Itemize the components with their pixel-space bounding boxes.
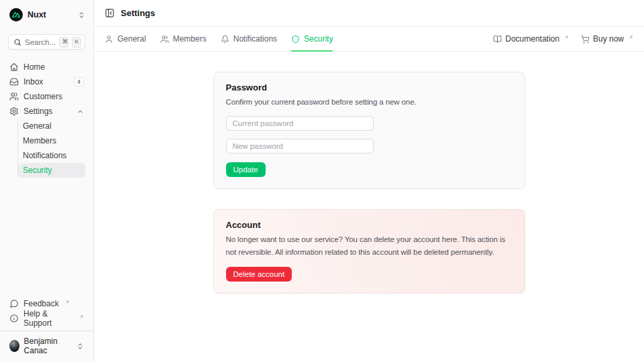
external-link-icon bbox=[629, 35, 633, 40]
sidebar-footer: Feedback Help & Support Benjamin Canac bbox=[8, 296, 85, 357]
external-link-icon bbox=[564, 35, 569, 40]
home-icon bbox=[9, 62, 19, 72]
tab-label: General bbox=[117, 34, 146, 44]
search-icon bbox=[13, 38, 21, 46]
tab-label: Members bbox=[173, 34, 207, 44]
update-password-button[interactable]: Update bbox=[226, 162, 266, 177]
users-icon bbox=[160, 35, 169, 44]
team-name: Nuxt bbox=[28, 10, 46, 19]
account-card-description: No longer want to use our service? You c… bbox=[226, 233, 513, 258]
inbox-count-badge: 4 bbox=[74, 77, 84, 87]
header-links: Documentation Buy now bbox=[493, 34, 633, 44]
inbox-icon bbox=[9, 77, 19, 86]
footer-link-label: Feedback bbox=[23, 299, 59, 308]
external-link-icon bbox=[65, 300, 70, 304]
search-input[interactable]: Search... ⌘ K bbox=[8, 34, 85, 50]
buy-now-link[interactable]: Buy now bbox=[581, 34, 633, 44]
chevrons-up-down-icon bbox=[76, 343, 84, 350]
kbd-cmd: ⌘ bbox=[59, 37, 68, 48]
footer-link-label: Help & Support bbox=[23, 309, 73, 328]
sidebar-item-customers[interactable]: Customers bbox=[8, 89, 85, 104]
chevrons-up-down-icon bbox=[78, 11, 85, 19]
account-card-title: Account bbox=[226, 220, 513, 230]
kbd-k: K bbox=[72, 37, 81, 48]
shield-icon bbox=[291, 35, 300, 44]
nuxt-logo-icon bbox=[9, 8, 23, 21]
header-link-label: Documentation bbox=[505, 34, 559, 44]
page-header: Settings bbox=[94, 0, 644, 27]
tab-notifications[interactable]: Notifications bbox=[221, 27, 277, 51]
delete-account-button[interactable]: Delete account bbox=[226, 267, 292, 282]
user-name: Benjamin Canac bbox=[24, 337, 72, 355]
documentation-link[interactable]: Documentation bbox=[493, 34, 569, 44]
users-icon bbox=[9, 92, 19, 101]
sidebar-item-label: Customers bbox=[23, 92, 62, 101]
avatar bbox=[9, 340, 19, 352]
sidebar-nav: Home Inbox 4 Customers Settings bbox=[8, 60, 85, 178]
team-switcher[interactable]: Nuxt bbox=[8, 7, 85, 23]
current-password-field[interactable] bbox=[226, 116, 374, 131]
search-placeholder: Search... bbox=[25, 38, 56, 46]
app-window: Nuxt Search... ⌘ K Home bbox=[0, 0, 644, 362]
collapse-sidebar-icon[interactable] bbox=[105, 8, 115, 18]
user-menu[interactable]: Benjamin Canac bbox=[8, 335, 85, 357]
message-bubble-icon bbox=[9, 299, 19, 308]
shopping-cart-icon bbox=[581, 35, 590, 44]
sidebar-item-inbox[interactable]: Inbox 4 bbox=[8, 74, 85, 89]
user-icon bbox=[105, 35, 113, 44]
sidebar-item-label: Home bbox=[23, 62, 45, 72]
chevron-up-icon bbox=[76, 108, 84, 115]
settings-security-content: Password Confirm your current password b… bbox=[94, 52, 644, 362]
new-password-field[interactable] bbox=[226, 139, 374, 154]
tab-bar: General Members Notifications bbox=[94, 27, 644, 52]
book-open-icon bbox=[493, 35, 502, 44]
gear-icon bbox=[9, 107, 19, 116]
external-link-icon bbox=[79, 314, 84, 319]
page-title: Settings bbox=[121, 8, 155, 18]
bell-icon bbox=[221, 35, 229, 44]
tab-general[interactable]: General bbox=[105, 27, 146, 51]
header-link-label: Buy now bbox=[593, 34, 624, 44]
password-card: Password Confirm your current password b… bbox=[213, 72, 525, 189]
tab-members[interactable]: Members bbox=[160, 27, 207, 51]
tab-label: Notifications bbox=[233, 34, 277, 44]
sidebar-item-notifications[interactable]: Notifications bbox=[18, 148, 85, 163]
sidebar-item-home[interactable]: Home bbox=[8, 60, 85, 74]
main-panel: Settings General Members bbox=[94, 0, 644, 362]
password-card-title: Password bbox=[226, 82, 513, 93]
tab-security[interactable]: Security bbox=[291, 27, 333, 51]
account-card: Account No longer want to use our servic… bbox=[213, 209, 525, 294]
info-circle-icon bbox=[9, 314, 19, 323]
sidebar-item-settings[interactable]: Settings bbox=[8, 104, 85, 119]
sidebar-item-general[interactable]: General bbox=[18, 119, 85, 133]
sidebar-item-members[interactable]: Members bbox=[18, 133, 85, 148]
sidebar-item-security[interactable]: Security bbox=[18, 163, 85, 178]
tabs: General Members Notifications bbox=[105, 27, 333, 51]
sidebar-divider bbox=[0, 330, 93, 331]
help-support-link[interactable]: Help & Support bbox=[8, 311, 85, 326]
sidebar: Nuxt Search... ⌘ K Home bbox=[0, 0, 94, 362]
sidebar-item-label: Inbox bbox=[23, 77, 43, 86]
tab-label: Security bbox=[304, 34, 333, 44]
settings-subnav: General Members Notifications Security bbox=[17, 119, 85, 178]
password-card-description: Confirm your current password before set… bbox=[226, 96, 513, 108]
sidebar-item-label: Settings bbox=[23, 107, 52, 116]
